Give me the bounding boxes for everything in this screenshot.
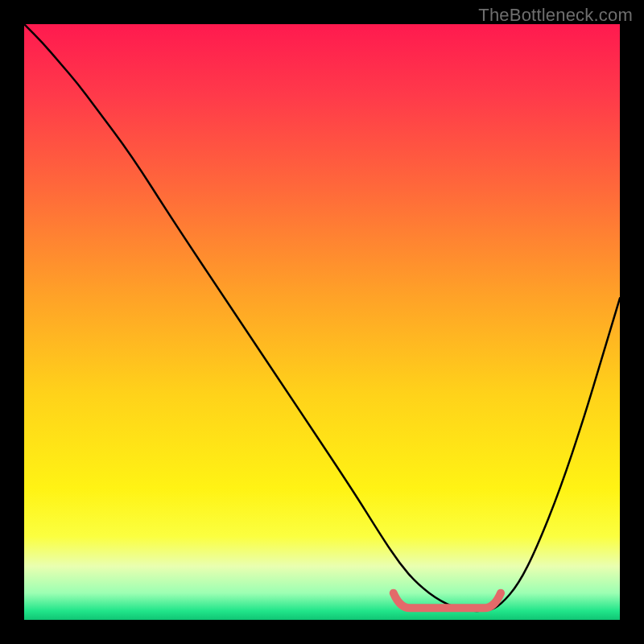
bottleneck-curve: [24, 24, 620, 611]
plot-area: [24, 24, 620, 620]
chart-curve-layer: [24, 24, 620, 620]
valley-highlight: [394, 593, 501, 609]
watermark-text: TheBottleneck.com: [478, 5, 633, 26]
chart-frame: TheBottleneck.com: [0, 0, 644, 644]
